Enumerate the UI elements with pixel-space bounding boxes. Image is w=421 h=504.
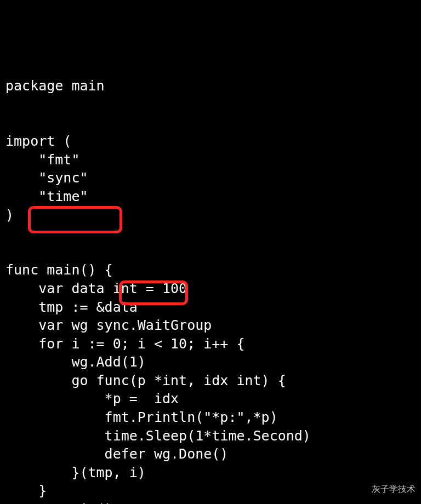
code-content: package main import ( "fmt" "sync" "time…: [5, 78, 311, 504]
code-block: package main import ( "fmt" "sync" "time…: [0, 73, 421, 504]
watermark: 灰子学技术: [356, 480, 416, 499]
watermark-text: 灰子学技术: [372, 480, 416, 499]
wechat-icon: [356, 483, 368, 495]
